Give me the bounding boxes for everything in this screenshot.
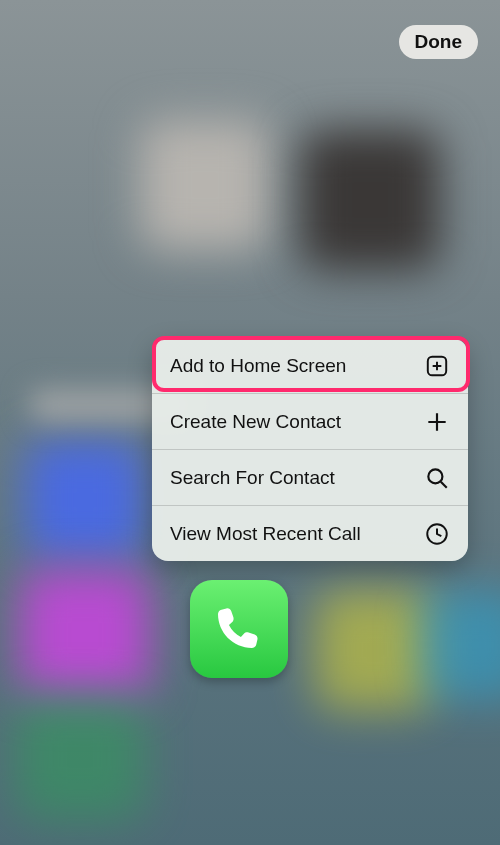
add-box-icon <box>424 353 450 379</box>
search-icon <box>424 465 450 491</box>
svg-line-6 <box>441 481 447 487</box>
done-button[interactable]: Done <box>399 25 479 59</box>
menu-item-label: Create New Contact <box>170 411 341 433</box>
home-screen-edit-mode: Done Add to Home Screen Create New Conta… <box>0 0 500 845</box>
blurred-app-icon <box>15 690 145 820</box>
menu-item-search-for-contact[interactable]: Search For Contact <box>152 450 468 505</box>
menu-item-label: View Most Recent Call <box>170 523 361 545</box>
menu-item-label: Search For Contact <box>170 467 335 489</box>
blurred-app-icon <box>420 590 500 700</box>
clock-icon <box>424 521 450 547</box>
menu-item-label: Add to Home Screen <box>170 355 346 377</box>
phone-app-icon[interactable] <box>190 580 288 678</box>
plus-icon <box>424 409 450 435</box>
svg-point-5 <box>428 469 442 483</box>
menu-item-view-most-recent-call[interactable]: View Most Recent Call <box>152 506 468 561</box>
menu-item-create-new-contact[interactable]: Create New Contact <box>152 394 468 449</box>
phone-handset-icon <box>211 601 267 657</box>
app-context-menu: Add to Home Screen Create New Contact S <box>152 338 468 561</box>
menu-item-add-to-home-screen[interactable]: Add to Home Screen <box>152 338 468 393</box>
blurred-app-icon <box>315 590 435 710</box>
blurred-app-icon <box>140 120 270 250</box>
blurred-app-icon <box>300 130 440 270</box>
blurred-app-icon <box>25 440 145 560</box>
blurred-app-icon <box>20 570 150 700</box>
